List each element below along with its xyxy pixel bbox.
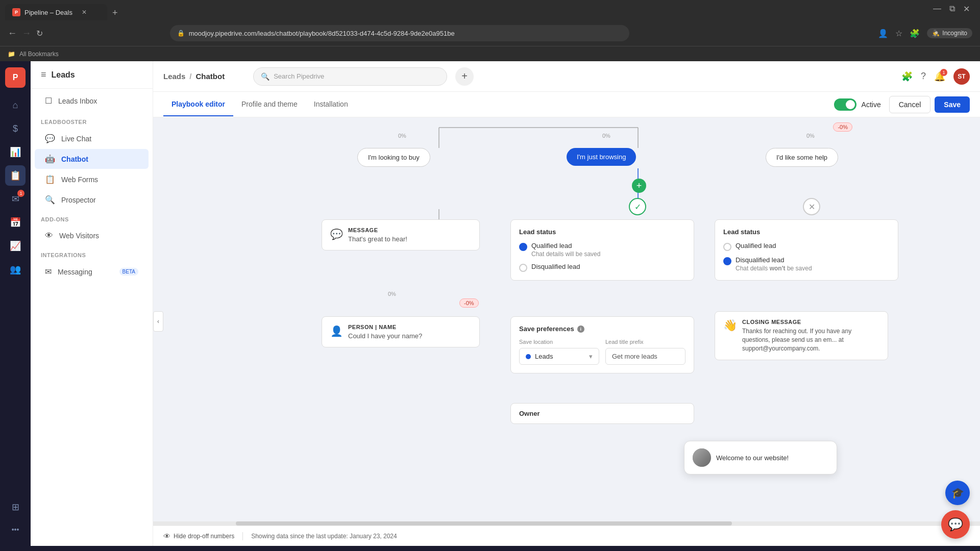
chat-fab[interactable]: 💬 (941, 510, 970, 539)
header-icons-right: 🧩 ? 🔔 1 ST (901, 68, 970, 85)
save-prefs-title: Save preferences (519, 325, 574, 333)
extensions-icon[interactable]: 🧩 (910, 29, 920, 38)
lead-status-panel-1: Lead status Qualified lead Chat details … (510, 219, 694, 281)
plus-button[interactable]: + (632, 179, 646, 193)
breadcrumb-leads[interactable]: Leads (163, 72, 185, 81)
notification-bell[interactable]: 🔔 1 (934, 71, 945, 82)
chat-avatar (693, 448, 711, 467)
minimize-icon[interactable]: — (933, 4, 941, 14)
forward-button[interactable]: → (22, 28, 31, 39)
sidebar-icon-home[interactable]: ⌂ (5, 95, 26, 115)
tab-profile-theme[interactable]: Profile and theme (233, 93, 306, 116)
lead-status-title-2: Lead status (723, 228, 890, 236)
nav-item-web-forms[interactable]: 📋 Web Forms (35, 169, 149, 189)
message-block: 💬 Message That's great to hear! (322, 219, 480, 251)
radio-qualified-circle (519, 243, 527, 251)
disqualified-sub: Chat details won't be saved (736, 265, 812, 272)
active-toggle-area: Active (834, 98, 881, 111)
toggle-switch[interactable] (834, 98, 856, 111)
nav-item-live-chat[interactable]: 💬 Live Chat (35, 129, 149, 148)
back-button[interactable]: ← (8, 28, 17, 39)
save-location-label: Save location (519, 339, 599, 345)
tab-close-icon[interactable]: ✕ (82, 9, 87, 16)
leads-inbox-label: Leads Inbox (58, 97, 97, 105)
get-more-leads-input[interactable]: Get more leads (605, 348, 685, 365)
cancel-button[interactable]: Cancel (889, 96, 931, 113)
tab-playbook-editor[interactable]: Playbook editor (163, 93, 233, 116)
leads-dropdown[interactable]: Leads ▾ (519, 348, 599, 365)
nav-item-prospector[interactable]: 🔍 Prospector (35, 190, 149, 210)
hide-dropoff-button[interactable]: 👁 Hide drop-off numbers (163, 532, 234, 540)
radio-disqualified-2[interactable]: Disqualified lead Chat details won't be … (723, 256, 890, 272)
sidebar-icon-calendar[interactable]: 📅 (5, 212, 26, 233)
save-button[interactable]: Save (935, 96, 970, 113)
btn-like-help[interactable]: I'd like some help (766, 148, 838, 167)
sidebar-icon-more[interactable]: ••• (5, 519, 26, 540)
restore-icon[interactable]: ⧉ (949, 4, 955, 14)
save-prefs-row: Save location Leads ▾ Lead title prefix … (519, 339, 685, 365)
browser-tab[interactable]: P Pipeline – Deals ✕ (5, 4, 107, 20)
sidebar-icon-contacts[interactable]: 👥 (5, 259, 26, 280)
header-search[interactable]: 🔍 Search Pipedrive (253, 67, 447, 86)
radio-qualified[interactable]: Qualified lead Chat details will be save… (519, 242, 685, 258)
prospector-icon: 🔍 (45, 195, 55, 205)
showing-data-label: Showing data since the last update: Janu… (251, 533, 397, 540)
nav-header-leads: Leads (52, 70, 75, 80)
breadcrumb: Leads / Chatbot (163, 72, 225, 81)
canvas-area[interactable]: ‹ 0% 0% 0% -0% I (153, 117, 980, 525)
separator (242, 532, 243, 540)
graduation-fab[interactable]: 🎓 (945, 481, 970, 505)
radio-disqualified-1[interactable]: Disqualified lead (519, 263, 685, 272)
window-controls: — ⧉ ✕ (933, 4, 970, 14)
nav-menu-icon[interactable]: ≡ (41, 69, 46, 80)
add-button[interactable]: + (455, 67, 474, 86)
sidebar-icon-activities[interactable]: 📊 (5, 142, 26, 162)
extensions-header-icon[interactable]: 🧩 (901, 71, 913, 82)
star-icon[interactable]: ☆ (895, 29, 902, 38)
nav-item-web-visitors[interactable]: 👁 Web Visitors (35, 226, 149, 245)
btn-looking-to-buy[interactable]: I'm looking to buy (357, 148, 430, 167)
nav-item-chatbot[interactable]: 🤖 Chatbot (35, 149, 149, 169)
nav-item-messaging[interactable]: ✉ Messaging BETA (35, 262, 149, 282)
info-icon[interactable]: i (577, 325, 584, 333)
sidebar-icon-insights[interactable]: 📈 (5, 236, 26, 256)
disqualified-label-1: Disqualified lead (531, 263, 580, 270)
closing-text: Thanks for reaching out. If you have any… (742, 327, 879, 353)
new-tab-button[interactable]: + (107, 8, 123, 18)
tabs-row: Playbook editor Profile and theme Instal… (153, 92, 980, 117)
address-bar[interactable]: 🔒 moodjoy.pipedrive.com/leads/chatbot/pl… (170, 25, 629, 41)
canvas-scrollbar[interactable] (153, 521, 980, 525)
profile-icon[interactable]: 👤 (878, 29, 888, 38)
person-content: Person | Name Could I have your name? (348, 324, 422, 340)
url-text: moodjoy.pipedrive.com/leads/chatbot/play… (189, 30, 455, 37)
eye-off-icon: 👁 (163, 532, 170, 540)
section-addons: ADD-ONS (31, 210, 153, 226)
btn-just-browsing[interactable]: I'm just browsing (567, 148, 636, 166)
dropoff-badge-top: -0% (833, 122, 852, 132)
wave-icon: 👋 (723, 319, 737, 353)
sidebar-icon-mail[interactable]: ✉ 1 (5, 189, 26, 209)
messaging-label: Messaging (58, 268, 92, 276)
help-icon[interactable]: ? (921, 71, 926, 82)
sidebar-icon-deals[interactable]: $ (5, 118, 26, 139)
x-button[interactable]: ✕ (803, 198, 820, 215)
percent-label-1: 0% (398, 133, 406, 139)
messaging-icon: ✉ (45, 267, 52, 277)
scroll-left-button[interactable]: ‹ (153, 311, 163, 332)
tab-installation[interactable]: Installation (306, 93, 356, 116)
close-icon[interactable]: ✕ (963, 4, 970, 14)
avatar[interactable]: ST (953, 68, 970, 85)
nav-header: ≡ Leads (31, 61, 153, 89)
scrollbar-thumb[interactable] (236, 521, 732, 525)
sidebar-icon-leads[interactable]: 📋 (5, 165, 26, 186)
logo-icon[interactable]: P (5, 67, 26, 88)
nav-item-leads-inbox[interactable]: ☐ Leads Inbox (35, 91, 149, 111)
radio-disqualified-content-1: Disqualified lead (531, 263, 580, 270)
reload-button[interactable]: ↻ (36, 29, 43, 38)
sidebar-icon-grid[interactable]: ⊞ (5, 497, 26, 517)
check-button[interactable]: ✓ (629, 198, 646, 215)
radio-qualified-2[interactable]: Qualified lead (723, 242, 890, 251)
leads-inbox-icon: ☐ (45, 96, 52, 106)
save-prefs-header: Save preferences i (519, 325, 685, 333)
chat-preview-widget: Welcome to our website! (684, 441, 837, 474)
